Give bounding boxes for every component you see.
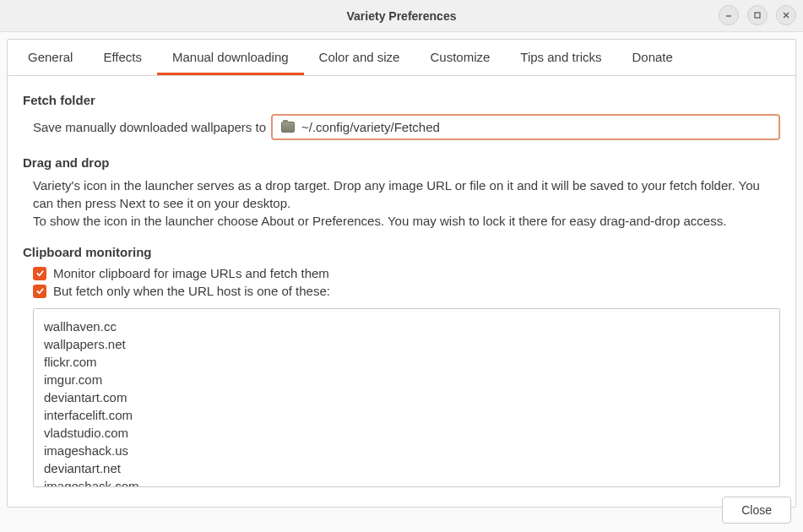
clipboard-monitoring-heading: Clipboard monitoring	[23, 245, 780, 259]
tab-donate[interactable]: Donate	[616, 40, 687, 75]
fetch-only-hosts-label: But fetch only when the URL host is one …	[53, 284, 330, 298]
monitor-clipboard-row: Monitor clipboard for image URLs and fet…	[33, 266, 780, 280]
check-icon	[35, 286, 45, 296]
minimize-button[interactable]	[719, 5, 739, 25]
drag-and-drop-body: Variety's icon in the launcher serves as…	[33, 176, 780, 230]
window-title: Variety Preferences	[347, 9, 457, 23]
close-window-button[interactable]	[776, 5, 796, 25]
fetch-folder-row: Save manually downloaded wallpapers to ~…	[33, 114, 780, 140]
fetch-folder-path: ~/.config/variety/Fetched	[301, 120, 440, 134]
tab-content: Fetch folder Save manually downloaded wa…	[8, 76, 795, 507]
hosts-textarea[interactable]	[33, 308, 780, 487]
monitor-clipboard-label: Monitor clipboard for image URLs and fet…	[53, 266, 329, 280]
window-controls	[719, 5, 796, 25]
tab-manual-downloading[interactable]: Manual downloading	[157, 40, 304, 75]
folder-icon	[281, 122, 295, 133]
monitor-clipboard-checkbox[interactable]	[33, 267, 46, 280]
maximize-icon	[753, 11, 762, 19]
maximize-button[interactable]	[747, 5, 768, 25]
fetch-folder-heading: Fetch folder	[23, 93, 780, 107]
fetch-folder-picker[interactable]: ~/.config/variety/Fetched	[271, 114, 780, 140]
dialog-footer: Close	[722, 497, 791, 524]
tab-tips-and-tricks[interactable]: Tips and tricks	[505, 40, 616, 75]
fetch-only-hosts-row: But fetch only when the URL host is one …	[33, 284, 780, 298]
close-icon	[782, 11, 790, 19]
tab-color-and-size[interactable]: Color and size	[304, 40, 415, 75]
close-button[interactable]: Close	[722, 497, 791, 524]
tab-customize[interactable]: Customize	[415, 40, 505, 75]
titlebar: Variety Preferences	[0, 0, 803, 32]
fetch-folder-label: Save manually downloaded wallpapers to	[33, 120, 266, 134]
tab-bar: General Effects Manual downloading Color…	[8, 40, 795, 76]
drag-and-drop-heading: Drag and drop	[23, 155, 780, 170]
svg-rect-1	[755, 13, 760, 18]
minimize-icon	[724, 11, 733, 19]
content-frame: General Effects Manual downloading Color…	[7, 39, 796, 508]
tab-effects[interactable]: Effects	[88, 40, 157, 75]
tab-general[interactable]: General	[13, 40, 88, 75]
fetch-only-hosts-checkbox[interactable]	[33, 285, 46, 298]
check-icon	[35, 269, 45, 278]
